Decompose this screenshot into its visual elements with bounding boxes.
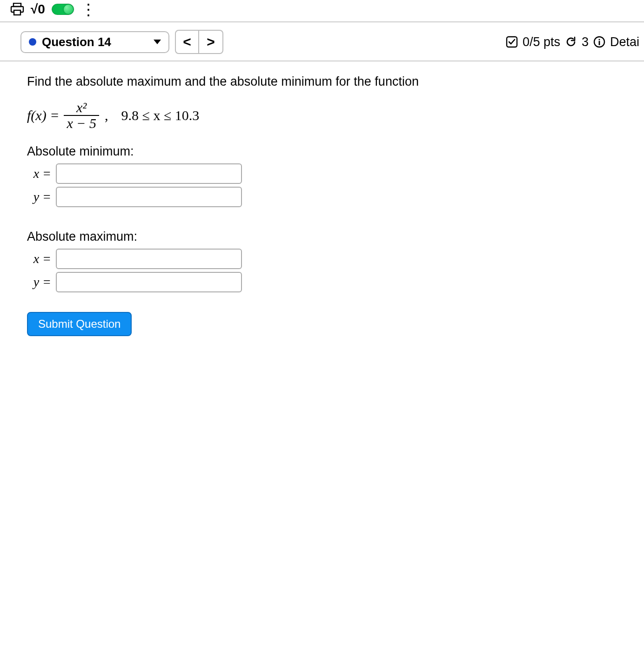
- absolute-maximum-label: Absolute maximum:: [27, 230, 639, 244]
- x-equals-label: x =: [27, 251, 51, 266]
- question-title: Question 14: [42, 35, 111, 49]
- retry-icon: [565, 36, 577, 48]
- comma: ,: [105, 108, 108, 123]
- min-x-row: x =: [27, 163, 639, 184]
- details-link[interactable]: Detai: [610, 35, 639, 49]
- max-x-input[interactable]: [56, 249, 242, 269]
- svg-rect-6: [599, 41, 600, 45]
- info-icon[interactable]: [593, 36, 605, 48]
- question-header: Question 14 < > 0/5 pts 3 D: [0, 22, 644, 61]
- toggle-switch[interactable]: [52, 4, 74, 15]
- question-nav: < >: [175, 30, 223, 54]
- print-icon[interactable]: [10, 3, 24, 16]
- max-y-input[interactable]: [56, 272, 242, 292]
- question-prompt: Find the absolute maximum and the absolu…: [27, 74, 639, 89]
- status-dot-icon: [29, 38, 36, 46]
- svg-point-5: [598, 39, 600, 40]
- min-x-input[interactable]: [56, 163, 242, 184]
- y-equals-label: y =: [27, 275, 51, 290]
- absolute-minimum-label: Absolute minimum:: [27, 144, 639, 159]
- utility-toolbar: √0 ⋮: [0, 0, 644, 22]
- function-definition: f(x) = x² x − 5 , 9.8 ≤ x ≤ 10.3: [27, 100, 639, 130]
- question-selector[interactable]: Question 14: [20, 31, 169, 53]
- func-lhs: f(x) =: [27, 108, 59, 123]
- submit-question-button[interactable]: Submit Question: [27, 312, 132, 336]
- min-y-input[interactable]: [56, 187, 242, 207]
- fraction-numerator: x²: [74, 100, 89, 115]
- fraction-denominator: x − 5: [64, 116, 99, 131]
- prev-question-button[interactable]: <: [175, 30, 199, 54]
- x-equals-label: x =: [27, 166, 51, 181]
- attempts-text: 3: [582, 35, 589, 49]
- question-content: Find the absolute maximum and the absolu…: [0, 61, 644, 341]
- question-meta: 0/5 pts 3 Detai: [506, 35, 639, 49]
- fraction: x² x − 5: [64, 100, 99, 130]
- y-equals-label: y =: [27, 189, 51, 204]
- next-question-button[interactable]: >: [199, 30, 223, 54]
- checkbox-icon: [506, 36, 518, 48]
- chevron-down-icon: [154, 40, 161, 44]
- more-menu-icon[interactable]: ⋮: [80, 7, 96, 12]
- max-x-row: x =: [27, 249, 639, 269]
- svg-rect-2: [14, 10, 20, 15]
- sqrt-tool[interactable]: √0: [31, 2, 45, 17]
- min-y-row: y =: [27, 187, 639, 207]
- score-text: 0/5 pts: [523, 35, 560, 49]
- domain-text: 9.8 ≤ x ≤ 10.3: [121, 108, 199, 123]
- max-y-row: y =: [27, 272, 639, 292]
